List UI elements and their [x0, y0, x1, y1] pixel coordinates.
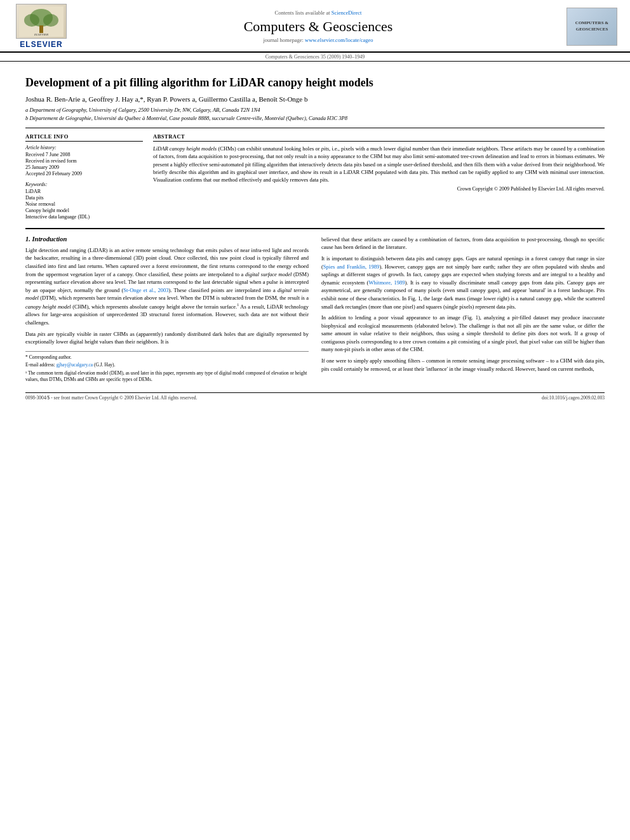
footnote1-text: ¹ The common term digital elevation mode…: [25, 370, 309, 383]
intercepted-word: intercepted: [285, 279, 309, 285]
intro-para1: Light detection and ranging (LiDAR) is a…: [25, 246, 309, 327]
email-link[interactable]: gjhay@ucalgary.ca: [57, 362, 93, 368]
abstract-column: ABSTRACT LiDAR canopy height models (CHM…: [153, 133, 605, 220]
history-heading: Article history:: [25, 145, 143, 150]
chm-term: LiDAR canopy height models: [153, 145, 217, 152]
svg-point-2: [24, 14, 39, 27]
whitmore-ref[interactable]: Whitmore, 1989: [368, 279, 405, 286]
footer-line: 0098-3004/$ - see front matter Crown Cop…: [25, 392, 605, 401]
received-revised-label: Received in revised form: [25, 158, 143, 164]
keywords-heading: Keywords:: [25, 182, 143, 187]
svg-text:ELSEVIER: ELSEVIER: [34, 33, 48, 36]
email-label: E-mail address:: [25, 362, 55, 368]
article-content: Development of a pit filling algorithm f…: [0, 62, 630, 407]
affiliation-b: b Département de Géographie, Université …: [25, 114, 605, 123]
body-right-col: believed that these artifacts are caused…: [321, 236, 605, 385]
homepage-prefix: journal homepage:: [263, 37, 304, 43]
article-info-abstract: ARTICLE INFO Article history: Received 7…: [25, 128, 605, 220]
section1-heading: 1. Introduction: [25, 236, 309, 243]
contents-line: Contents lists available at ScienceDirec…: [76, 10, 560, 16]
keyword-idl: Interactive data language (IDL): [25, 214, 143, 220]
right-para3: In addition to lending a poor visual app…: [321, 314, 605, 354]
footnote-email: E-mail address: gjhay@ucalgary.ca (G.J. …: [25, 362, 309, 369]
body-two-col: 1. Introduction Light detection and rang…: [25, 236, 605, 385]
received-revised-date: 25 January 2009: [25, 164, 143, 170]
right-para1: believed that these artifacts are caused…: [321, 236, 605, 251]
journal-header: ELSEVIER ELSEVIER Contents lists availab…: [0, 0, 630, 53]
authors: Joshua R. Ben-Arie a, Geoffrey J. Hay a,…: [25, 95, 605, 103]
accepted-date: Accepted 20 February 2009: [25, 171, 143, 177]
article-info-heading: ARTICLE INFO: [25, 133, 143, 142]
journal-right-logo: COMPUTERS & GEOSCIENCES: [566, 8, 617, 46]
elsevier-logo-image: ELSEVIER: [16, 4, 67, 39]
st-onge-ref[interactable]: St-Onge et al., 2003: [123, 287, 168, 293]
keyword-noise: Noise removal: [25, 201, 143, 207]
right-para2: It is important to distinguish between d…: [321, 255, 605, 310]
intro-para2: Data pits are typically visible in raste…: [25, 330, 309, 346]
article-history: Article history: Received 7 June 2008 Re…: [25, 145, 143, 177]
spies-ref[interactable]: Spies and Franklin, 1989: [323, 263, 380, 270]
page: ELSEVIER ELSEVIER Contents lists availab…: [0, 0, 630, 840]
homepage-url[interactable]: www.elsevier.com/locate/cageo: [305, 37, 373, 43]
copyright-line: Crown Copyright © 2009 Published by Else…: [153, 186, 605, 192]
affiliations: a Department of Geography, University of…: [25, 106, 605, 123]
article-info-column: ARTICLE INFO Article history: Received 7…: [25, 133, 143, 220]
abstract-heading: ABSTRACT: [153, 133, 605, 142]
right-para4: If one were to simply apply smoothing fi…: [321, 357, 605, 373]
volume-line: Computers & Geosciences 35 (2009) 1940–1…: [0, 53, 630, 62]
footnote-star: * Corresponding author.: [25, 354, 309, 361]
article-body: 1. Introduction Light detection and rang…: [25, 228, 605, 401]
footer-doi: doi:10.1016/j.cageo.2009.02.003: [542, 395, 605, 401]
footer-issn: 0098-3004/$ - see front matter Crown Cop…: [25, 395, 197, 401]
svg-rect-4: [39, 25, 43, 33]
right-logo-text: COMPUTERS & GEOSCIENCES: [567, 20, 617, 32]
journal-title: Computers & Geosciences: [76, 18, 560, 35]
keyword-canopy: Canopy height model: [25, 208, 143, 213]
elsevier-brand: ELSEVIER: [20, 40, 62, 49]
keyword-datapits: Data pits: [25, 195, 143, 201]
received-date: Received 7 June 2008: [25, 152, 143, 157]
article-title: Development of a pit filling algorithm f…: [25, 76, 605, 90]
elsevier-logo: ELSEVIER ELSEVIER: [13, 4, 70, 49]
body-left-col: 1. Introduction Light detection and rang…: [25, 236, 309, 385]
sciencedirect-link[interactable]: ScienceDirect: [332, 10, 362, 16]
journal-homepage: journal homepage: www.elsevier.com/locat…: [76, 37, 560, 43]
affiliation-a: a Department of Geography, University of…: [25, 106, 605, 114]
journal-center: Contents lists available at ScienceDirec…: [70, 10, 566, 43]
svg-point-3: [43, 14, 58, 27]
keywords-section: Keywords: LiDAR Data pits Noise removal …: [25, 182, 143, 220]
keyword-lidar: LiDAR: [25, 189, 143, 194]
contents-text: Contents lists available at: [275, 10, 330, 16]
footnote-area: * Corresponding author. E-mail address: …: [25, 351, 309, 383]
email-names: (G.J. Hay).: [94, 362, 115, 368]
abstract-text: LiDAR canopy height models (CHMs) can ex…: [153, 145, 605, 184]
